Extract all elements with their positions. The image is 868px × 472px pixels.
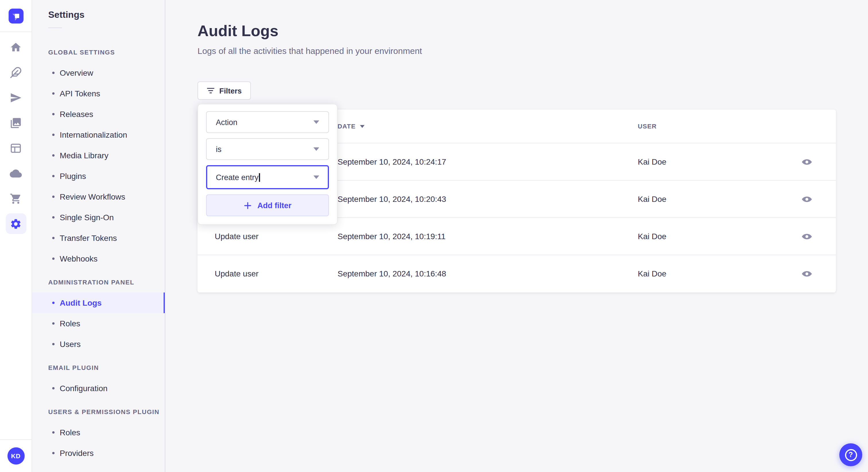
filter-popover: Action is Create entry Add filter: [197, 104, 338, 225]
bullet-icon: [52, 387, 55, 390]
help-button[interactable]: ?: [839, 443, 862, 466]
section-label-administration-panel: ADMINISTRATION PANEL: [32, 272, 165, 293]
cell-user: Kai Doe: [638, 157, 666, 166]
bullet-icon: [52, 196, 55, 198]
filter-icon: [207, 87, 215, 95]
rail-user-section: KD: [0, 439, 32, 472]
view-details-button[interactable]: [799, 191, 815, 207]
section-label-global-settings: GLOBAL SETTINGS: [32, 42, 165, 63]
strapi-logo-icon: [9, 9, 23, 23]
sidebar-item-providers[interactable]: Providers: [32, 443, 165, 463]
eye-icon: [801, 270, 812, 277]
bullet-icon: [52, 175, 55, 177]
filters-button[interactable]: Filters: [197, 81, 251, 100]
bullet-icon: [52, 343, 55, 345]
page-header: Audit Logs Logs of all the activities th…: [197, 22, 422, 56]
sidebar-item-internationalization[interactable]: Internationalization: [32, 125, 165, 145]
sidebar-item-transfer-tokens[interactable]: Transfer Tokens: [32, 228, 165, 248]
plus-icon: [244, 201, 252, 210]
filter-attribute-value: Action: [216, 118, 237, 127]
sidebar-title: Settings: [32, 0, 165, 20]
gear-icon[interactable]: [5, 213, 26, 234]
add-filter-button[interactable]: Add filter: [206, 194, 329, 216]
avatar[interactable]: KD: [7, 447, 24, 465]
sidebar-item-roles-up[interactable]: Roles: [32, 422, 165, 443]
sidebar-item-roles[interactable]: Roles: [32, 313, 165, 334]
layout-icon[interactable]: [5, 138, 26, 158]
feather-icon[interactable]: [5, 62, 26, 82]
view-details-button[interactable]: [799, 154, 815, 170]
cell-user: Kai Doe: [638, 194, 666, 204]
bullet-icon: [52, 72, 55, 74]
sidebar-item-media-library[interactable]: Media Library: [32, 145, 165, 166]
bullet-icon: [52, 452, 55, 454]
question-mark-icon: ?: [845, 449, 857, 461]
main-nav-rail: KD: [0, 0, 32, 472]
filter-value-text: Create entry: [216, 173, 260, 181]
bullet-icon: [52, 113, 55, 115]
sidebar-item-releases[interactable]: Releases: [32, 104, 165, 125]
cell-date: September 10, 2024, 10:20:43: [338, 194, 446, 204]
page-title: Audit Logs: [197, 22, 422, 40]
cell-date: September 10, 2024, 10:19:11: [338, 232, 445, 241]
text-cursor: [259, 173, 260, 181]
sidebar-nav-list: GLOBAL SETTINGS Overview API Tokens Rele…: [32, 42, 165, 463]
settings-sidebar: Settings GLOBAL SETTINGS Overview API To…: [32, 0, 165, 472]
sidebar-item-single-sign-on[interactable]: Single Sign-On: [32, 207, 165, 228]
cell-user: Kai Doe: [638, 269, 666, 278]
filter-operator-select[interactable]: is: [206, 138, 329, 160]
app-window: KD Settings GLOBAL SETTINGS Overview API…: [0, 0, 868, 472]
cell-action: Update user: [215, 269, 259, 278]
view-details-button[interactable]: [799, 228, 815, 244]
filter-attribute-select[interactable]: Action: [206, 111, 329, 133]
sidebar-item-audit-logs[interactable]: Audit Logs: [32, 293, 165, 313]
sidebar-item-configuration[interactable]: Configuration: [32, 378, 165, 399]
column-header-date[interactable]: DATE: [338, 123, 364, 130]
section-label-email-plugin: EMAIL PLUGIN: [32, 357, 165, 378]
add-filter-label: Add filter: [257, 201, 291, 210]
chevron-down-icon: [313, 175, 319, 179]
page-subtitle: Logs of all the activities that happened…: [197, 46, 422, 56]
column-header-user-label: USER: [638, 123, 657, 130]
sidebar-item-api-tokens[interactable]: API Tokens: [32, 83, 165, 104]
cell-action: Update user: [215, 232, 259, 241]
bullet-icon: [52, 154, 55, 157]
bullet-icon: [52, 322, 55, 325]
filter-value-combobox[interactable]: Create entry: [206, 165, 329, 189]
caret-down-icon: [360, 125, 364, 128]
cloud-icon[interactable]: [5, 163, 26, 183]
bullet-icon: [52, 134, 55, 136]
sidebar-item-review-workflows[interactable]: Review Workflows: [32, 187, 165, 207]
bullet-icon: [52, 92, 55, 95]
view-details-button[interactable]: [799, 266, 815, 281]
cell-date: September 10, 2024, 10:24:17: [338, 157, 446, 166]
rail-nav: [5, 32, 26, 234]
chevron-down-icon: [313, 147, 319, 151]
bullet-icon: [52, 237, 55, 239]
column-header-date-label: DATE: [338, 123, 355, 130]
sidebar-item-users[interactable]: Users: [32, 334, 165, 355]
sidebar-item-plugins[interactable]: Plugins: [32, 166, 165, 187]
sidebar-divider: [48, 28, 62, 28]
home-icon[interactable]: [5, 37, 26, 57]
bullet-icon: [52, 431, 55, 434]
chevron-down-icon: [313, 121, 319, 124]
media-library-icon[interactable]: [5, 112, 26, 133]
eye-icon: [801, 195, 812, 203]
filter-operator-value: is: [216, 145, 222, 154]
bullet-icon: [52, 216, 55, 218]
paper-plane-icon[interactable]: [5, 87, 26, 108]
cell-date: September 10, 2024, 10:16:48: [338, 269, 446, 278]
eye-icon: [801, 233, 812, 240]
sidebar-item-overview[interactable]: Overview: [32, 63, 165, 83]
bullet-icon: [52, 258, 55, 260]
logo-section: [0, 0, 32, 32]
main-content: Audit Logs Logs of all the activities th…: [165, 0, 868, 472]
table-row[interactable]: Update user September 10, 2024, 10:16:48…: [197, 255, 836, 292]
cart-icon[interactable]: [5, 188, 26, 209]
cell-user: Kai Doe: [638, 232, 666, 241]
strapi-logo[interactable]: [8, 8, 23, 23]
sidebar-item-webhooks[interactable]: Webhooks: [32, 248, 165, 269]
bullet-icon: [52, 302, 55, 304]
eye-icon: [801, 158, 812, 165]
